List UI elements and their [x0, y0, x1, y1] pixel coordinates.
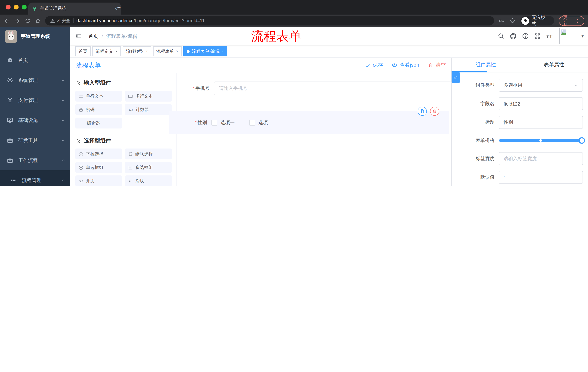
logo-rabbit-image: [5, 30, 17, 43]
slider-handle[interactable]: [578, 137, 585, 144]
palette-item-checkbox-group[interactable]: 多选框组: [125, 162, 172, 173]
clear-button[interactable]: 清空: [428, 62, 446, 68]
github-icon[interactable]: [510, 32, 517, 40]
section-input-components: 输入型组件: [75, 79, 172, 86]
save-button[interactable]: 保存: [365, 62, 383, 68]
gender-field-label: 性别: [169, 119, 211, 126]
svg-text:T: T: [549, 33, 553, 39]
palette-item-slider[interactable]: 滑块: [125, 175, 172, 186]
reload-icon[interactable]: [25, 18, 31, 24]
sidebar-collapse-icon[interactable]: [75, 33, 82, 39]
back-icon[interactable]: [4, 18, 10, 24]
radio-icon: [79, 165, 83, 170]
bookmark-star-icon[interactable]: [510, 18, 516, 24]
font-size-icon[interactable]: TT: [546, 33, 554, 39]
forward-icon[interactable]: [14, 18, 20, 24]
new-tab-button[interactable]: +: [117, 4, 121, 11]
form-grid-slider[interactable]: [499, 134, 582, 147]
palette-item-counter[interactable]: 123计数器: [125, 104, 172, 115]
gender-checkbox-option2[interactable]: 选项二: [249, 119, 273, 126]
tag-home[interactable]: 首页: [75, 46, 91, 56]
chevron-down-icon: [61, 78, 65, 82]
incognito-label: 无痕模式: [532, 15, 550, 27]
sidebar-logo[interactable]: 芋道管理系统: [0, 27, 70, 46]
sidebar-item-workflow[interactable]: 工作流程: [0, 150, 70, 170]
window-zoom-button[interactable]: [22, 5, 27, 10]
avatar-caret-icon[interactable]: ▼: [581, 34, 584, 38]
window-minimize-button[interactable]: [14, 5, 19, 10]
phone-field-input[interactable]: 请输入手机号: [214, 82, 452, 95]
workflow-submenu: 流程管理 流程表单 用户分组 流程模型 任务管理: [0, 170, 70, 186]
title-input[interactable]: 性别: [499, 116, 583, 129]
tag-close-icon[interactable]: ×: [115, 49, 118, 53]
sidebar-item-devtools[interactable]: 研发工具: [0, 130, 70, 150]
delete-field-button[interactable]: [430, 107, 439, 116]
canvas-field-phone[interactable]: 手机号 请输入手机号: [167, 82, 452, 95]
chrome-update-button[interactable]: 更新 ⋮: [559, 16, 584, 26]
tag-close-icon[interactable]: ×: [146, 49, 148, 53]
screen: 芋道管理系统 × + 不安全 dashboard.yudao.iocoder.c…: [0, 0, 588, 186]
tab-form-props[interactable]: 表单属性: [520, 57, 588, 72]
breadcrumb-home[interactable]: 首页: [88, 33, 98, 40]
sidebar-item-payment[interactable]: 支付管理: [0, 90, 70, 110]
favicon-sprout-icon: [32, 6, 37, 11]
label-width-input[interactable]: 请输入标签宽度: [499, 152, 583, 165]
palette-item-radio-group[interactable]: 单选框组: [75, 162, 122, 173]
tag-process-form[interactable]: 流程表单×: [153, 46, 182, 56]
tag-close-icon[interactable]: ×: [176, 49, 178, 53]
sidebar-item-process-mgmt[interactable]: 流程管理: [0, 170, 70, 186]
tag-close-icon[interactable]: ×: [222, 49, 224, 53]
gender-checkbox-option1[interactable]: 选项一: [211, 119, 235, 126]
security-label: 不安全: [57, 18, 70, 24]
sidebar-item-system[interactable]: 系统管理: [0, 70, 70, 90]
browser-tab[interactable]: 芋道管理系统 ×: [28, 2, 121, 15]
browser-tab-title: 芋道管理系统: [40, 5, 112, 12]
help-icon[interactable]: [522, 33, 529, 39]
window-close-button[interactable]: [6, 5, 10, 10]
tags-view-bar: 首页 流程定义× 流程模型× 流程表单× 流程表单-编辑×: [70, 45, 588, 58]
chevron-up-icon: [61, 158, 65, 162]
palette-item-single-text[interactable]: 单行文本: [75, 91, 122, 102]
palette-item-password[interactable]: 密码: [75, 104, 122, 115]
designer-content: 流程表单 保存 查看json 清空: [70, 57, 588, 186]
checkbox-icon[interactable]: [211, 120, 217, 126]
tab-component-props[interactable]: 组件属性: [452, 57, 520, 72]
tag-process-form-edit[interactable]: 流程表单-编辑×: [184, 46, 227, 56]
home-icon[interactable]: [35, 18, 41, 24]
palette-item-editor[interactable]: 编辑器: [75, 117, 122, 128]
url-bar[interactable]: 不安全 dashboard.yudao.iocoder.cn/bpm/manag…: [45, 16, 494, 25]
sidebar-item-home[interactable]: 首页: [0, 50, 70, 70]
chrome-menu-icon[interactable]: ⋮: [575, 18, 580, 23]
checkbox-icon[interactable]: [249, 120, 255, 126]
palette-item-switch[interactable]: 开关: [75, 175, 122, 186]
fullscreen-icon[interactable]: [534, 33, 541, 39]
tag-process-definition[interactable]: 流程定义×: [92, 46, 121, 56]
palette-item-multi-text[interactable]: 多行文本: [125, 91, 172, 102]
tag-process-model[interactable]: 流程模型×: [123, 46, 151, 56]
link-drag-handle[interactable]: [452, 72, 460, 83]
dashboard-icon: [7, 57, 13, 63]
switch-icon: [79, 179, 83, 183]
duplicate-field-button[interactable]: [418, 107, 427, 116]
field-name-input[interactable]: field122: [499, 97, 583, 110]
palette-item-cascader[interactable]: 级联选择: [125, 149, 172, 159]
tab-close-icon[interactable]: ×: [115, 6, 117, 11]
view-json-button[interactable]: 查看json: [392, 62, 419, 68]
url-text[interactable]: dashboard.yudao.iocoder.cn/bpm/manager/f…: [76, 18, 205, 23]
canvas-field-gender-selected[interactable]: 性别 选项一 选项二: [169, 111, 449, 134]
palette-item-select[interactable]: 下拉选择: [75, 149, 122, 159]
security-warning[interactable]: 不安全: [50, 18, 70, 24]
designer-title: 流程表单: [76, 61, 101, 69]
component-type-select[interactable]: 多选框组: [499, 79, 583, 92]
search-icon[interactable]: [498, 33, 504, 39]
select-circle-icon: [79, 152, 83, 156]
puzzle-icon: [75, 138, 81, 144]
phone-field-label: 手机号: [167, 85, 214, 92]
window-controls[interactable]: [6, 5, 27, 10]
properties-panel: 组件属性 表单属性 组件类型 多选框组: [451, 57, 588, 186]
input-icon: [79, 94, 83, 98]
sidebar-item-infra[interactable]: 基础设施: [0, 110, 70, 130]
default-value-input[interactable]: 1: [499, 171, 583, 184]
password-key-icon[interactable]: [499, 18, 505, 24]
avatar[interactable]: [559, 28, 575, 44]
